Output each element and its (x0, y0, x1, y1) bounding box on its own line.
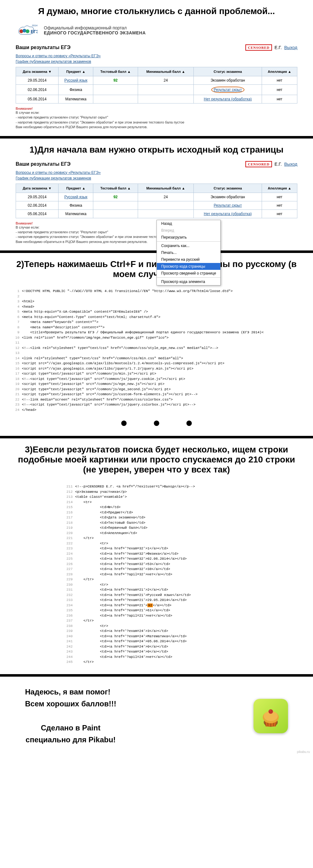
cell (93, 201, 138, 210)
cell[interactable]: Нет результата (обработка) (194, 95, 262, 103)
ctx-translate[interactable]: Перевести на русский (157, 256, 220, 263)
table-row: 05.06.2014МатематикаНет результата (обра… (16, 210, 297, 218)
results-table-1: Дата экзамена ▼Предмет ▲Тестовый балл ▲М… (16, 67, 297, 103)
cell (93, 210, 138, 218)
warning-label: Внимание! (16, 106, 297, 111)
schedule-link-2[interactable]: График публикации результатов экзаменов (16, 176, 297, 180)
cell: 05.06.2014 (16, 210, 59, 218)
results-title-2: Ваши результаты ЕГЭ (16, 161, 70, 167)
cell: нет (262, 193, 297, 201)
portal-line1: Официальный информационный портал (44, 25, 146, 30)
cell: Математика (59, 210, 93, 218)
cell: 24 (138, 193, 194, 201)
ctx-reload[interactable]: Перезагрузить (157, 234, 220, 241)
divider (0, 674, 313, 677)
cell: Физика (59, 85, 93, 95)
cell: 02.06.2014 (16, 85, 59, 95)
user-area: CENSORED Е.Г. Выход (246, 44, 297, 51)
col-status[interactable]: Статус экзамена (194, 184, 262, 193)
watermark: pikabu.ru (297, 750, 310, 753)
results-bar-2: Ваши результаты ЕГЭ CENSORED Е.Г. Выход (16, 161, 297, 167)
cell[interactable]: Русский язык (59, 193, 93, 201)
logout-link-2[interactable]: Выход (284, 162, 297, 167)
footer-line1: Надеюсь, я вам помог! (25, 686, 116, 698)
step3-section: 3)Еевсли результатов поиска будет нескол… (0, 438, 313, 674)
col-test_score[interactable]: Тестовый балл ▲ (93, 67, 138, 76)
cell: 02.06.2014 (16, 201, 59, 210)
cell: нет (262, 85, 297, 95)
footer-section: Надеюсь, я вам помог! Всем хороших балло… (0, 677, 313, 755)
user-area-2: CENSORED Е.Г. Выход (246, 161, 297, 167)
portal-text: Официальный информационный портал ЕДИНОГ… (44, 25, 146, 35)
cell[interactable]: Результат скрыт (194, 85, 262, 95)
warning-text: В случае если:- напротив предмета устано… (16, 111, 297, 130)
col-appeal[interactable]: Апелляция ▲ (262, 67, 297, 76)
table-row: 02.06.2014ФизикаРезультат скрытнет (16, 85, 297, 95)
svg-point-0 (20, 29, 23, 33)
cell: нет (262, 201, 297, 210)
cell: нет (262, 95, 297, 103)
cell: Экзамен обработан (194, 76, 262, 85)
cell: нет (262, 76, 297, 85)
step1-section: 1)Для начала вам нужно открыть исходный … (0, 138, 313, 251)
step3-title: 3)Еевсли результатов поиска будет нескол… (16, 445, 297, 475)
svg-point-1 (23, 29, 26, 33)
user-initials-2: Е.Г. (275, 162, 282, 167)
intro-section: Я думаю, многие столькнулись с данной пр… (0, 0, 313, 136)
table-row: 05.06.2014МатематикаНет результата (обра… (16, 95, 297, 103)
context-menu: Назад Вперед Перезагрузить Сохранить как… (156, 220, 221, 285)
table-row: 29.05.2014Русский язык9224Экзамен обрабо… (16, 76, 297, 85)
svg-text:ЕГЭ: ЕГЭ (31, 29, 37, 34)
svg-point-8 (268, 709, 273, 714)
cell (138, 201, 194, 210)
divider (0, 136, 313, 138)
source-code-2: 211<!--p>CENSORED Е.Г. <a href="/?exitus… (63, 481, 297, 668)
user-initials: Е.Г. (275, 45, 282, 50)
cell[interactable]: Русский язык (59, 76, 93, 85)
cell[interactable]: Результат скрыт (194, 201, 262, 210)
portal-line2: ЕДИНОГО ГОСУДАРСТВЕННОГО ЭКЗАМЕНА (44, 30, 146, 35)
col-subject[interactable]: Предмет ▲ (59, 67, 93, 76)
ctx-back[interactable]: Назад (157, 220, 220, 227)
col-status[interactable]: Статус экзамена (194, 67, 262, 76)
footer-line4: специально для Pikabu! (25, 734, 116, 746)
qa-link[interactable]: Вопросы и ответы по сервису «Результаты … (16, 54, 297, 58)
col-date[interactable]: Дата экзамена ▼ (16, 67, 59, 76)
portal-header: ЕГЭ 2014 Официальный информационный порт… (16, 23, 297, 38)
ctx-print[interactable]: Печать... (157, 249, 220, 256)
ctx-sep (157, 241, 220, 242)
qa-link-2[interactable]: Вопросы и ответы по сервису «Результаты … (16, 170, 297, 175)
cell (138, 210, 194, 218)
ege-logo-icon: ЕГЭ 2014 (16, 23, 37, 38)
ctx-inspect[interactable]: Просмотр кода элемента (157, 278, 220, 285)
ctx-sep-2 (157, 277, 220, 278)
table-row: 29.05.2014Русский язык9224Экзамен обрабо… (16, 193, 297, 201)
ctx-view-source[interactable]: Просмотр кода страницы (157, 263, 220, 270)
cupcake-icon (258, 704, 283, 728)
table-row: 02.06.2014ФизикаРезультат скрытнет (16, 201, 297, 210)
cell (93, 85, 138, 95)
col-min_score[interactable]: Минимальный балл ▲ (138, 184, 194, 193)
col-date[interactable]: Дата экзамена ▼ (16, 184, 59, 193)
step1-title: 1)Для начала вам нужно открыть исходный … (16, 145, 297, 155)
ege-logo: ЕГЭ 2014 (16, 23, 37, 38)
cell: Физика (59, 201, 93, 210)
schedule-link[interactable]: График публикации результатов экзаменов (16, 59, 297, 64)
cell[interactable]: Нет результата (обработка) (194, 210, 262, 218)
svg-point-2 (26, 29, 29, 33)
logout-link[interactable]: Выход (284, 45, 297, 50)
footer-line3: Сделано в Paint (25, 722, 116, 734)
col-subject[interactable]: Предмет ▲ (59, 184, 93, 193)
cell: 29.05.2014 (16, 193, 59, 201)
col-test_score[interactable]: Тестовый балл ▲ (93, 184, 138, 193)
results-title: Ваши результаты ЕГЭ (16, 45, 70, 50)
ctx-save-as[interactable]: Сохранить как... (157, 242, 220, 249)
footer-text: Надеюсь, я вам помог! Всем хороших балло… (25, 686, 116, 746)
col-min_score[interactable]: Минимальный балл ▲ (138, 67, 194, 76)
cell: 05.06.2014 (16, 95, 59, 103)
ctx-page-info[interactable]: Просмотр сведений о странице (157, 270, 220, 277)
results-bar: Ваши результаты ЕГЭ CENSORED Е.Г. Выход (16, 44, 297, 51)
col-appeal[interactable]: Апелляция ▲ (262, 184, 297, 193)
cell (138, 95, 194, 103)
cell: 29.05.2014 (16, 76, 59, 85)
